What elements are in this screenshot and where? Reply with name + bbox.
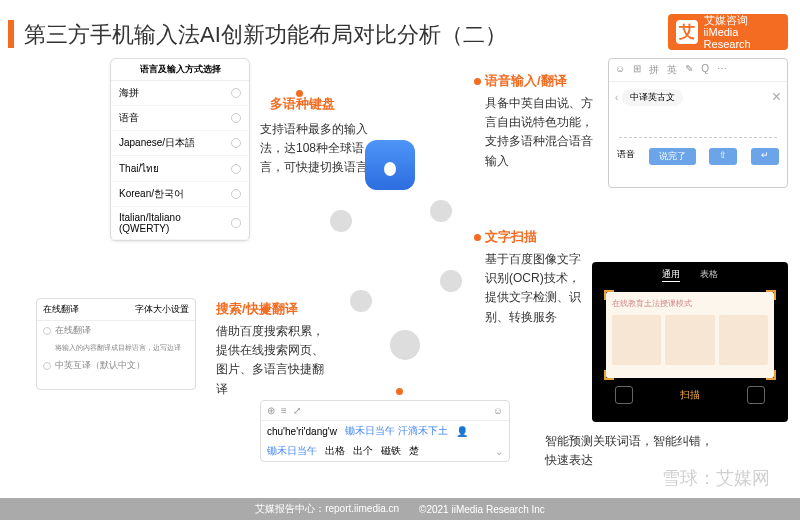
radio-icon[interactable] (231, 88, 241, 98)
chevron-down-icon[interactable]: ⌄ (495, 446, 503, 457)
candidate-top-row: ⊕ ≡ ⤢ ☺ (261, 401, 509, 421)
search-icon[interactable]: Q (701, 63, 709, 77)
graph-nodes (330, 200, 470, 340)
baidu-logo (365, 140, 425, 200)
radio-icon[interactable] (231, 218, 241, 228)
feature-multilang-desc: 支持语种最多的输入法，达108种全球语言，可快捷切换语言 (260, 120, 370, 178)
feature-voice-desc: 具备中英自由说、方言自由说特色功能，支持多语种混合语音输入 (485, 94, 595, 171)
accent-bar (8, 20, 14, 48)
voice-mode-row: ‹ 中译英古文 × (609, 82, 787, 112)
tab-translate[interactable]: 在线翻译 (43, 303, 79, 316)
pinyin-row: chu'he'ri'dang'w 锄禾日当午 汗滴禾下土 👤 (261, 421, 509, 441)
search-panel-tabs: 在线翻译 字体大小设置 (37, 299, 195, 321)
feature-ocr-label: 文字扫描 (485, 228, 537, 246)
voice-input-panel: ☺ ⊞ 拼 英 ✎ Q ⋯ ‹ 中译英古文 × 语音 说完了 ⇧ ↵ (608, 58, 788, 188)
candidate[interactable]: 锄禾日当午 (267, 444, 317, 458)
user-icon[interactable]: 👤 (456, 426, 468, 437)
prediction-hint[interactable]: 锄禾日当午 汗滴禾下土 (345, 424, 448, 438)
camera-icon[interactable] (747, 386, 765, 404)
english-icon[interactable]: 英 (667, 63, 677, 77)
candidate-row: 锄禾日当午 出格 出个 磁铁 楚 ⌄ (261, 441, 509, 461)
tab-general[interactable]: 通用 (662, 268, 680, 282)
feature-search-desc: 借助百度搜索积累，提供在线搜索网页、图片、多语言快捷翻译 (216, 322, 326, 399)
voice-label: 语音 (617, 148, 635, 165)
list-item[interactable]: Japanese/日本語 (111, 131, 249, 156)
pinyin-icon[interactable]: 拼 (649, 63, 659, 77)
list-item[interactable]: 海拼 (111, 81, 249, 106)
ocr-toolbar: 扫描 (592, 382, 788, 408)
list-item[interactable]: Korean/한국어 (111, 182, 249, 207)
radio-icon[interactable] (43, 327, 51, 335)
ocr-tabs: 通用 表格 (592, 262, 788, 288)
ocr-panel: 通用 表格 在线教育土法授课模式 扫描 (592, 262, 788, 422)
language-panel: 语言及输入方式选择 海拼 语音 Japanese/日本語 Thai/ไทย Ko… (110, 58, 250, 241)
connector-dot (474, 78, 481, 85)
more-icon[interactable]: ⋯ (717, 63, 727, 77)
candidate[interactable]: 出个 (353, 444, 373, 458)
gallery-icon[interactable] (615, 386, 633, 404)
feature-ocr-desc: 基于百度图像文字识别(OCR)技术，提供文字检测、识别、转换服务 (485, 250, 585, 327)
pinyin-input: chu'he'ri'dang'w (267, 426, 337, 437)
voice-done-button[interactable]: 说完了 (649, 148, 696, 165)
list-item[interactable]: 语音 (111, 106, 249, 131)
radio-icon[interactable] (43, 362, 51, 370)
watermark: 雪球：艾媒网 (662, 466, 770, 490)
feature-multilang-label: 多语种键盘 (270, 95, 335, 113)
feature-voice-label: 语音输入/翻译 (485, 72, 567, 90)
language-panel-title: 语言及输入方式选择 (111, 59, 249, 81)
radio-icon[interactable] (231, 138, 241, 148)
voice-bottom-bar: 语音 说完了 ⇧ ↵ (609, 144, 787, 169)
list-item[interactable]: Thai/ไทย (111, 156, 249, 182)
plus-icon[interactable]: ⊕ (267, 405, 275, 416)
baidu-icon (365, 140, 415, 190)
brand-logo: 艾 艾媒咨询 iiMedia Research (668, 14, 788, 50)
list-item[interactable]: 中英互译（默认中文） (37, 356, 195, 375)
brand-text: 艾媒咨询 iiMedia Research (704, 14, 780, 50)
close-icon[interactable]: × (772, 88, 781, 106)
voice-mode-chip[interactable]: 中译英古文 (622, 89, 683, 106)
radio-icon[interactable] (231, 113, 241, 123)
emoji-icon[interactable]: ☺ (493, 405, 503, 416)
candidate[interactable]: 磁铁 (381, 444, 401, 458)
list-item-hint: 将输入的内容翻译成目标语言，边写边译 (37, 340, 195, 356)
brand-icon: 艾 (676, 20, 698, 44)
footer: 艾媒报告中心：report.iimedia.cn ©2021 iiMedia R… (0, 498, 800, 520)
emoji-icon[interactable]: ☺ (615, 63, 625, 77)
page-title: 第三方手机输入法AI创新功能布局对比分析（二） (24, 20, 507, 50)
radio-icon[interactable] (231, 189, 241, 199)
search-panel: 在线翻译 字体大小设置 在线翻译 将输入的内容翻译成目标语言，边写边译 中英互译… (36, 298, 196, 390)
predict-panel: ⊕ ≡ ⤢ ☺ chu'he'ri'dang'w 锄禾日当午 汗滴禾下土 👤 锄… (260, 400, 510, 462)
write-icon[interactable]: ✎ (685, 63, 693, 77)
feature-search-label: 搜索/快捷翻译 (216, 300, 298, 318)
radio-icon[interactable] (231, 164, 241, 174)
tab-fontsize[interactable]: 字体大小设置 (135, 303, 189, 316)
expand-icon[interactable]: ⤢ (293, 405, 301, 416)
voice-toolbar: ☺ ⊞ 拼 英 ✎ Q ⋯ (609, 59, 787, 82)
ocr-capture-frame: 在线教育土法授课模式 (606, 292, 774, 378)
shift-button[interactable]: ⇧ (709, 148, 737, 165)
list-item[interactable]: 在线翻译 (37, 321, 195, 340)
connector-dot (396, 388, 403, 395)
menu-icon[interactable]: ≡ (281, 405, 287, 416)
scan-button[interactable]: 扫描 (680, 388, 700, 402)
candidate[interactable]: 出格 (325, 444, 345, 458)
tab-table[interactable]: 表格 (700, 268, 718, 282)
ocr-card-title: 在线教育土法授课模式 (612, 298, 768, 309)
feature-predict-desc: 智能预测关联词语，智能纠错，快速表达 (545, 432, 715, 470)
waveform (619, 118, 777, 138)
connector-dot (474, 234, 481, 241)
grid-icon[interactable]: ⊞ (633, 63, 641, 77)
chevron-left-icon[interactable]: ‹ (615, 92, 618, 103)
enter-button[interactable]: ↵ (751, 148, 779, 165)
list-item[interactable]: Italian/Italiano (QWERTY) (111, 207, 249, 240)
candidate[interactable]: 楚 (409, 444, 419, 458)
